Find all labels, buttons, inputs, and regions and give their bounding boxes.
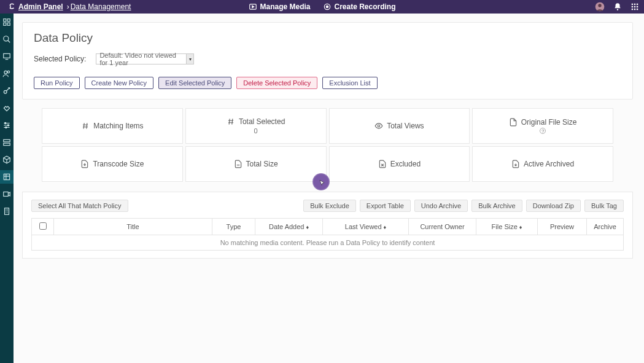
svg-point-21 (4, 71, 7, 74)
nav-video-icon[interactable] (2, 189, 12, 199)
svg-point-26 (6, 127, 7, 128)
delete-policy-button[interactable]: Delete Selected Policy (236, 77, 317, 89)
svg-rect-9 (632, 6, 633, 7)
bulk-exclude-button[interactable]: Bulk Exclude (303, 200, 356, 212)
breadcrumb-sep: › (67, 2, 69, 11)
svg-rect-12 (632, 9, 633, 10)
stat-total-views: Total Views (329, 108, 470, 144)
stats-grid: Matching Items Total Selected 0 Total Vi… (42, 108, 613, 182)
col-preview: Preview (538, 219, 587, 235)
hash-icon (81, 122, 90, 130)
svg-rect-11 (637, 6, 638, 7)
svg-rect-31 (5, 208, 9, 215)
svg-point-32 (378, 125, 380, 127)
svg-rect-15 (4, 19, 6, 21)
svg-rect-13 (634, 9, 635, 10)
nav-sliders-icon[interactable] (2, 120, 12, 130)
file-transcode-icon (80, 160, 89, 168)
policy-select-value: Default: Video not viewed for 1 year (96, 52, 186, 66)
eye-icon (374, 122, 383, 130)
stat-matching-items: Matching Items (42, 108, 183, 144)
play-box-icon (248, 2, 257, 11)
select-all-checkbox[interactable] (39, 222, 47, 230)
col-type[interactable]: Type (212, 219, 255, 235)
hash-icon (227, 117, 235, 126)
stat-excluded: Excluded (329, 146, 470, 182)
svg-rect-7 (634, 4, 635, 5)
nav-dashboard-icon[interactable] (2, 17, 12, 27)
create-policy-button[interactable]: Create New Policy (85, 77, 153, 89)
col-archive: Archive (587, 219, 624, 235)
svg-rect-20 (4, 53, 10, 58)
svg-rect-17 (4, 23, 6, 25)
nav-handshake-icon[interactable] (2, 103, 12, 113)
svg-point-24 (5, 122, 6, 123)
nav-data-icon[interactable] (2, 172, 12, 182)
bell-icon[interactable] (613, 2, 622, 11)
svg-rect-6 (632, 4, 633, 5)
col-last-viewed[interactable]: Last Viewed♦ (323, 219, 409, 235)
exclusion-list-button[interactable]: Exclusion List (322, 77, 377, 89)
stat-total-size: Total Size (185, 146, 327, 182)
svg-rect-30 (4, 192, 9, 197)
svg-point-23 (4, 90, 7, 93)
svg-rect-29 (4, 174, 9, 179)
policy-card: Data Policy Selected Policy: Default: Vi… (22, 22, 633, 100)
bulk-archive-button[interactable]: Bulk Archive (471, 200, 522, 212)
edit-policy-button[interactable]: Edit Selected Policy (158, 77, 231, 89)
svg-point-19 (4, 36, 9, 41)
results-card: Select All That Match Policy Bulk Exclud… (22, 192, 633, 259)
col-date-added[interactable]: Date Added♦ (255, 219, 323, 235)
download-zip-button[interactable]: Download Zip (526, 200, 581, 212)
svg-point-4 (598, 4, 601, 7)
side-nav (0, 14, 14, 363)
nav-building-icon[interactable] (2, 206, 12, 216)
svg-point-5 (617, 9, 618, 10)
undo-archive-button[interactable]: Undo Archive (414, 200, 468, 212)
nav-users-icon[interactable] (2, 69, 12, 79)
svg-rect-27 (4, 139, 10, 142)
file-total-icon (234, 160, 242, 168)
svg-rect-14 (637, 9, 638, 10)
stat-transcode-size: Transcode Size (42, 146, 183, 182)
run-policy-button[interactable]: Run Policy (34, 77, 80, 89)
svg-point-25 (7, 125, 9, 126)
table-empty-row: No matching media content. Please run a … (32, 235, 624, 251)
avatar[interactable] (595, 2, 605, 12)
svg-rect-16 (7, 19, 10, 21)
nav-monitor-icon[interactable] (2, 52, 12, 61)
stat-total-selected: Total Selected 0 (185, 108, 327, 144)
stat-total-selected-value: 0 (254, 127, 258, 135)
svg-rect-18 (7, 23, 10, 25)
selected-policy-label: Selected Policy: (34, 55, 86, 63)
manage-media-link[interactable]: Manage Media (248, 2, 310, 11)
select-all-button[interactable]: Select All That Match Policy (31, 200, 128, 212)
breadcrumb-page[interactable]: Data Management (71, 2, 131, 11)
col-current-owner[interactable]: Current Owner (409, 219, 476, 235)
results-table: Title Type Date Added♦ Last Viewed♦ Curr… (31, 218, 624, 251)
file-icon (509, 118, 518, 127)
nav-key-icon[interactable] (2, 86, 12, 96)
nav-search-icon[interactable] (2, 34, 12, 44)
nav-box-icon[interactable] (2, 155, 12, 165)
breadcrumb-root[interactable]: Admin Panel (18, 2, 63, 11)
export-table-button[interactable]: Export Table (360, 200, 411, 212)
help-icon[interactable]: ? (540, 128, 546, 134)
chevron-down-icon: ▾ (186, 54, 193, 64)
bulk-tag-button[interactable]: Bulk Tag (584, 200, 624, 212)
svg-rect-10 (634, 6, 635, 7)
nav-server-icon[interactable] (2, 138, 12, 147)
sort-icon: ♦ (306, 224, 309, 230)
svg-rect-8 (637, 4, 638, 5)
col-file-size[interactable]: File Size♦ (476, 219, 538, 235)
apps-grid-icon[interactable] (630, 2, 639, 11)
col-title[interactable]: Title (54, 219, 212, 235)
stat-original-file-size: Original File Size ? (472, 108, 613, 144)
record-icon (323, 2, 332, 11)
page-title: Data Policy (34, 31, 621, 45)
file-x-icon (378, 160, 387, 168)
brand-logo (5, 2, 18, 11)
policy-select[interactable]: Default: Video not viewed for 1 year ▾ (96, 53, 194, 64)
create-recording-link[interactable]: Create Recording (323, 2, 396, 11)
sort-icon: ♦ (519, 224, 522, 230)
